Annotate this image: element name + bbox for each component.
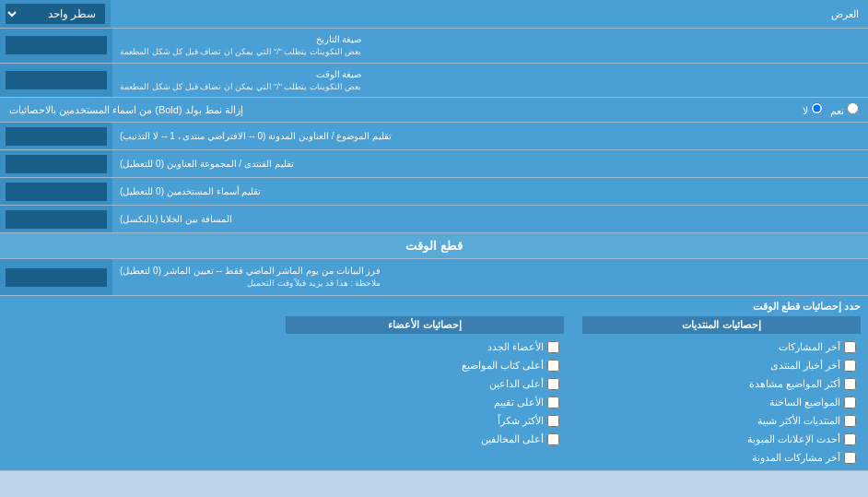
checkbox-hot-topics[interactable] xyxy=(844,396,856,408)
ard-label: العرض xyxy=(111,4,868,25)
checkbox-most-viewed[interactable] xyxy=(844,378,856,390)
stats-col-right xyxy=(7,316,286,466)
radio-yes-label: نعم xyxy=(830,102,859,117)
checkbox-last-posts[interactable] xyxy=(844,341,856,353)
radio-group-bold: نعم لا xyxy=(803,102,859,117)
checkbox-new-members[interactable] xyxy=(547,341,559,353)
list-item: الأعضاء الجدد xyxy=(286,339,564,355)
time-cut-input-cell[interactable]: 0 xyxy=(0,259,112,295)
time-format-label: صيغة الوقت بعض التكوينات يتطلب "/" التي … xyxy=(112,64,868,98)
stats-col-members: إحصائيات الأعضاء الأعضاء الجدد أعلى كتاب… xyxy=(286,316,573,466)
list-item: آخر أخبار المنتدى xyxy=(582,358,861,373)
date-format-input-cell[interactable]: d-m xyxy=(0,29,112,63)
time-format-input-cell[interactable]: H:i xyxy=(0,64,112,98)
forum-group-input[interactable]: 33 xyxy=(6,155,107,173)
username-trim-input-cell[interactable]: 0 xyxy=(0,178,112,205)
time-cut-input[interactable]: 0 xyxy=(6,268,107,287)
stats-col2-header: إحصائيات الأعضاء xyxy=(286,316,564,334)
list-item: الأكثر شكراً xyxy=(286,413,564,429)
cell-spacing-input-cell[interactable]: 2 xyxy=(0,206,112,232)
list-item: أعلى كتاب المواضيع xyxy=(286,358,564,373)
remove-bold-row: نعم لا إزالة نمط بولد (Bold) من اسماء ال… xyxy=(0,98,868,123)
checkbox-most-similar[interactable] xyxy=(844,415,856,427)
checkbox-top-writers[interactable] xyxy=(547,360,559,372)
time-cut-row: فرز البيانات من يوم الماشر الماضي فقط --… xyxy=(0,259,868,296)
radio-yes[interactable] xyxy=(847,102,859,114)
date-format-row: صيغة التاريخ بعض التكوينات يتطلب "/" الت… xyxy=(0,29,868,64)
checkbox-classified-ads[interactable] xyxy=(844,433,856,445)
cell-spacing-input[interactable]: 2 xyxy=(6,210,107,229)
list-item: أعلى الداعين xyxy=(286,376,564,392)
header-row: العرض سطر واحد سطرين ثلاثة أسطر xyxy=(0,0,868,29)
stats-section: حدد إحصائيات قطع الوقت إحصائيات المنتديا… xyxy=(0,296,868,471)
username-trim-input[interactable]: 0 xyxy=(6,183,107,201)
radio-no[interactable] xyxy=(811,102,823,114)
checkbox-blog-posts[interactable] xyxy=(844,452,856,464)
remove-bold-label: إزالة نمط بولد (Bold) من اسماء المستخدمي… xyxy=(9,104,243,116)
username-trim-label: تقليم أسماء المستخدمين (0 للتعطيل) xyxy=(112,178,868,205)
list-item: أحدث الإعلانات المبوبة xyxy=(582,432,861,447)
time-format-input[interactable]: H:i xyxy=(6,71,107,89)
date-format-label: صيغة التاريخ بعض التكوينات يتطلب "/" الت… xyxy=(112,29,868,63)
satr-dropdown-cell[interactable]: سطر واحد سطرين ثلاثة أسطر xyxy=(0,0,111,28)
time-format-row: صيغة الوقت بعض التكوينات يتطلب "/" التي … xyxy=(0,64,868,99)
list-item: أكثر المواضيع مشاهدة xyxy=(582,376,861,392)
stats-grid: إحصائيات المنتديات آخر المشاركات آخر أخب… xyxy=(7,316,861,466)
list-item: آخر مشاركات المدونة xyxy=(582,450,861,466)
time-cut-header: قطع الوقت xyxy=(0,233,868,259)
list-item: أعلى المخالفين xyxy=(286,432,564,447)
date-format-input[interactable]: d-m xyxy=(6,36,107,54)
topic-trim-input-cell[interactable]: 33 xyxy=(0,123,112,149)
list-item: المنتديات الأكثر شبية xyxy=(582,413,861,429)
radio-no-label: لا xyxy=(803,102,823,117)
topic-trim-input[interactable]: 33 xyxy=(6,127,107,146)
list-item: آخر المشاركات xyxy=(582,339,861,355)
stats-col1-header: إحصائيات المنتديات xyxy=(582,316,861,334)
stats-header: حدد إحصائيات قطع الوقت xyxy=(7,301,861,313)
forum-group-label: تقليم الفنتدى / المجموعة العناوين (0 للت… xyxy=(112,150,868,177)
checkbox-forum-news[interactable] xyxy=(844,360,856,372)
topic-trim-row: تقليم الموضوع / العناوين المدونة (0 -- ا… xyxy=(0,123,868,150)
stats-col-forums: إحصائيات المنتديات آخر المشاركات آخر أخب… xyxy=(573,316,861,466)
forum-group-row: تقليم الفنتدى / المجموعة العناوين (0 للت… xyxy=(0,150,868,178)
topic-trim-label: تقليم الموضوع / العناوين المدونة (0 -- ا… xyxy=(112,123,868,149)
username-trim-row: تقليم أسماء المستخدمين (0 للتعطيل) 0 xyxy=(0,178,868,206)
checkbox-top-rated[interactable] xyxy=(547,396,559,408)
cell-spacing-row: المسافة بين الخلايا (بالبكسل) 2 xyxy=(0,206,868,233)
cell-spacing-label: المسافة بين الخلايا (بالبكسل) xyxy=(112,206,868,232)
forum-group-input-cell[interactable]: 33 xyxy=(0,150,112,177)
list-item: الأعلى تقييم xyxy=(286,395,564,410)
checkbox-most-thanked[interactable] xyxy=(547,415,559,427)
checkbox-top-violators[interactable] xyxy=(547,433,559,445)
checkbox-top-inviters[interactable] xyxy=(547,378,559,390)
satr-select[interactable]: سطر واحد سطرين ثلاثة أسطر xyxy=(6,4,105,24)
list-item: المواضيع الساخنة xyxy=(582,395,861,410)
time-cut-label: فرز البيانات من يوم الماشر الماضي فقط --… xyxy=(112,259,868,295)
